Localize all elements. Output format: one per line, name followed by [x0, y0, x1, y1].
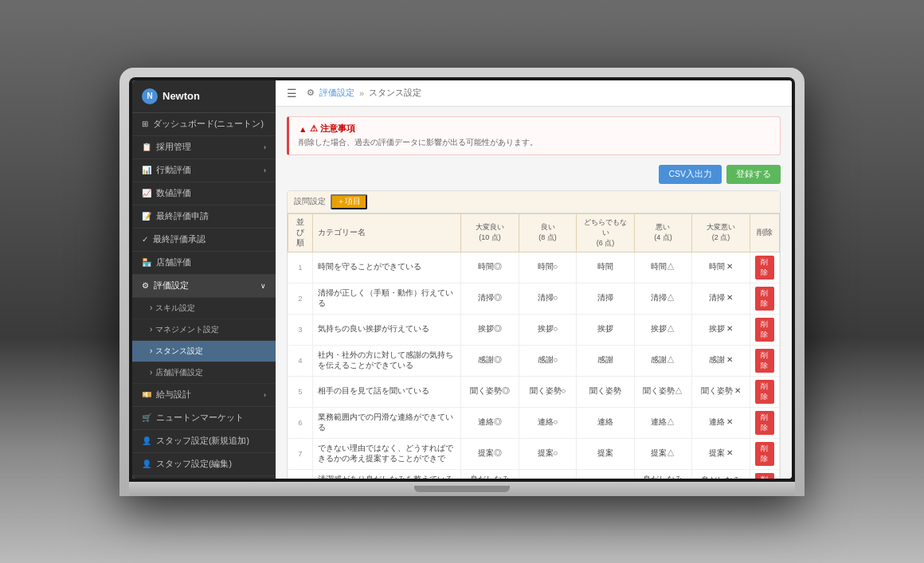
cell-delete: 削除 — [750, 376, 779, 407]
laptop-notch — [414, 486, 510, 492]
logo-icon: N — [142, 88, 158, 104]
cell-very-bad: 感謝 ✕ — [692, 345, 750, 376]
cell-very-good: 提案◎ — [461, 438, 519, 469]
recruitment-icon: 📋 — [142, 143, 151, 151]
th-good: 良い (8 点) — [519, 213, 576, 252]
data-eval-icon: 📈 — [142, 189, 151, 197]
cell-very-good: 時間◎ — [461, 252, 519, 283]
sidebar-item-staff-analysis[interactable]: 👤 スタッフ設定(新規追加) — [132, 430, 276, 453]
sidebar-item-personnel[interactable]: ⚙ 人事設定 › — [132, 476, 276, 479]
cell-very-good: 連絡◎ — [461, 407, 519, 438]
csv-button[interactable]: CSV入出力 — [659, 165, 722, 184]
sidebar: N Newton ⊞ ダッシュボード(ニュートン) 📋 採用管理 › 📊 行動評… — [132, 80, 276, 479]
sidebar-label-store-eval: 店舗評価 — [156, 257, 191, 268]
sidebar-item-staff-edit[interactable]: 👤 スタッフ設定(編集) — [132, 453, 276, 476]
final-approve-icon: ✓ — [142, 235, 148, 244]
sidebar-item-recruitment[interactable]: 📋 採用管理 › — [132, 136, 276, 159]
cell-category: 業務範囲内での円滑な連絡ができている — [313, 407, 461, 438]
th-very-good: 大変良い (10 点) — [461, 213, 519, 252]
alert-title: ▲ ⚠ 注意事項 — [299, 123, 770, 135]
breadcrumb-eval-settings[interactable]: 評価設定 — [319, 87, 354, 99]
cell-very-bad: 連絡 ✕ — [692, 407, 750, 438]
hamburger-icon[interactable]: ☰ — [287, 87, 297, 100]
table-row: 4 社内・社外の方に対して感謝の気持ちを伝えることができている 感謝◎ 感謝○ … — [288, 345, 780, 376]
chevron-down-icon: ∨ — [260, 282, 266, 290]
cell-good: 身だしなみ○ — [519, 469, 576, 479]
table-row: 1 時間を守ることができている 時間◎ 時間○ 時間 時間△ 時間 ✕ 削除 — [288, 252, 780, 283]
sidebar-label-management: マネジメント設定 — [155, 324, 219, 335]
breadcrumb-current: スタンス設定 — [369, 87, 421, 99]
cell-num: 1 — [288, 252, 313, 283]
cell-very-bad: 挨拶 ✕ — [692, 314, 750, 345]
sidebar-label-recruitment: 採用管理 — [156, 142, 191, 153]
table-row: 5 相手の目を見て話を聞いている 聞く姿勢◎ 聞く姿勢○ 聞く姿勢 聞く姿勢△ … — [288, 376, 780, 407]
sidebar-item-behavior[interactable]: 📊 行動評価 › — [132, 159, 276, 182]
cell-delete: 削除 — [750, 469, 779, 479]
sidebar-sub-item-skill[interactable]: › スキル設定 — [132, 298, 276, 319]
cell-bad: 身だしなみ△ — [634, 469, 691, 479]
cell-delete: 削除 — [750, 345, 779, 376]
cell-very-bad: 清掃 ✕ — [692, 283, 750, 314]
delete-button[interactable]: 削除 — [755, 256, 774, 280]
chevron-right-icon-2: › — [264, 166, 266, 174]
sidebar-label-newton-market: ニュートンマーケット — [156, 412, 244, 424]
cell-very-good: 挨拶◎ — [461, 314, 519, 345]
register-button[interactable]: 登録する — [726, 165, 781, 184]
settings-header: 設問設定 ＋項目 — [288, 191, 780, 213]
sidebar-item-dashboard[interactable]: ⊞ ダッシュボード(ニュートン) — [132, 113, 276, 136]
sidebar-label-staff-analysis: スタッフ設定(新規追加) — [156, 436, 249, 447]
sidebar-label-final-approve: 最終評価承認 — [153, 234, 206, 245]
cell-num: 4 — [288, 345, 313, 376]
delete-button[interactable]: 削除 — [755, 442, 774, 466]
delete-button[interactable]: 削除 — [755, 411, 774, 435]
sidebar-item-final-apply[interactable]: 📝 最終評価申請 — [132, 205, 276, 229]
cell-category: 気持ちの良い挨拶が行えている — [313, 314, 461, 345]
delete-button[interactable]: 削除 — [755, 473, 774, 479]
delete-button[interactable]: 削除 — [755, 318, 774, 342]
delete-button[interactable]: 削除 — [755, 349, 774, 373]
delete-button[interactable]: 削除 — [755, 380, 774, 404]
sidebar-sub-item-management[interactable]: › マネジメント設定 — [132, 319, 276, 341]
sidebar-item-salary[interactable]: 💴 給与設計 › — [132, 384, 276, 407]
screen-inner: N Newton ⊞ ダッシュボード(ニュートン) 📋 採用管理 › 📊 行動評… — [132, 80, 792, 479]
laptop-bottom — [129, 482, 795, 496]
sidebar-label-final-apply: 最終評価申請 — [156, 211, 209, 222]
sidebar-sub-item-stance[interactable]: › スタンス設定 — [132, 341, 276, 362]
cell-bad: 提案△ — [634, 438, 691, 469]
cell-category: 清掃が正しく（手順・動作）行えている — [313, 283, 461, 314]
table-header-row: 並び順 カテゴリー名 大変良い (10 点) — [288, 213, 780, 252]
cell-neither: 聞く姿勢 — [577, 376, 634, 407]
cell-neither: 提案 — [577, 438, 634, 469]
sidebar-item-store-eval[interactable]: 🏪 店舗評価 — [132, 252, 276, 275]
cell-delete: 削除 — [750, 252, 779, 283]
cell-neither: 挨拶 — [577, 314, 634, 345]
add-item-button[interactable]: ＋項目 — [331, 194, 367, 209]
cell-category: 時間を守ることができている — [313, 252, 461, 283]
delete-button[interactable]: 削除 — [755, 287, 774, 311]
cell-category: できない理由ではなく、どうすればできるかの考え提案することができで — [313, 438, 461, 469]
chevron-right-icon-salary: › — [264, 391, 266, 399]
cell-delete: 削除 — [750, 438, 779, 469]
dashboard-icon: ⊞ — [142, 119, 148, 128]
table-row: 8 清潔感があり身だしなみを整えていることができている 身だしなみ◎ 身だしなみ… — [288, 469, 780, 479]
cell-neither: 感謝 — [577, 345, 634, 376]
cell-category: 清潔感があり身だしなみを整えていることができている — [313, 469, 461, 479]
chevron-right-icon: › — [264, 143, 266, 151]
sidebar-item-final-approve[interactable]: ✓ 最終評価承認 — [132, 229, 276, 252]
store-eval-icon: 🏪 — [142, 258, 151, 267]
cell-delete: 削除 — [750, 314, 779, 345]
sidebar-item-newton-market[interactable]: 🛒 ニュートンマーケット — [132, 407, 276, 430]
breadcrumb-icon: ⚙ — [307, 88, 315, 98]
sidebar-item-eval-settings[interactable]: ⚙ 評価設定 ∨ — [132, 275, 276, 298]
th-category: カテゴリー名 — [313, 213, 461, 252]
sidebar-sub-item-store-eval-settings[interactable]: › 店舗評価設定 — [132, 362, 276, 384]
laptop-frame: N Newton ⊞ ダッシュボード(ニュートン) 📋 採用管理 › 📊 行動評… — [119, 68, 805, 496]
cell-good: 提案○ — [519, 438, 576, 469]
sidebar-item-data-eval[interactable]: 📈 数値評価 — [132, 182, 276, 205]
cell-bad: 聞く姿勢△ — [634, 376, 691, 407]
alert-text: 削除した場合、過去の評価データに影響が出る可能性があります。 — [299, 137, 770, 148]
cell-neither: 連絡 — [577, 407, 634, 438]
sub-arrow-icon-skill: › — [150, 303, 152, 312]
cell-good: 聞く姿勢○ — [519, 376, 576, 407]
cell-very-bad: 時間 ✕ — [692, 252, 750, 283]
